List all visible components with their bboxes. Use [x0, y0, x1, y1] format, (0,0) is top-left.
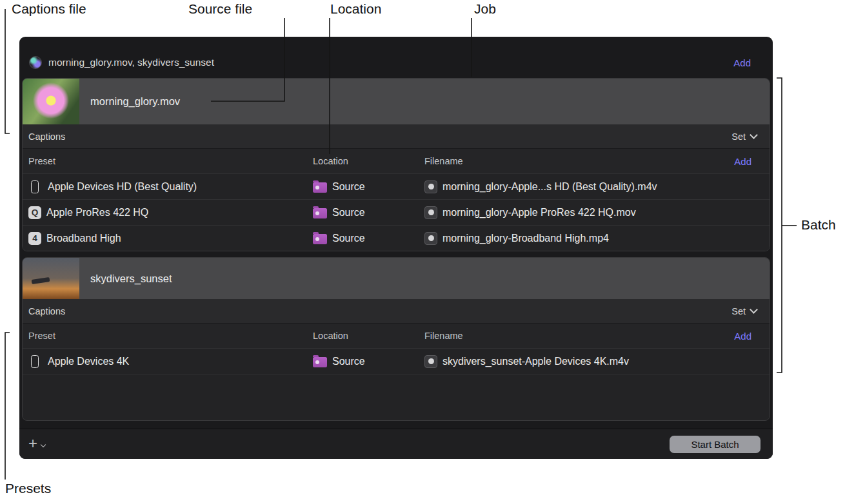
output-file-icon	[424, 232, 437, 245]
job-thumbnail	[23, 258, 79, 299]
output-filename: skydivers_sunset-Apple Devices 4K.m4v	[442, 356, 629, 367]
add-job-button[interactable]: Add	[733, 57, 751, 68]
presets-line	[5, 333, 10, 480]
location-value: Source	[332, 181, 365, 193]
add-output-row-button[interactable]: Add	[734, 331, 751, 342]
source-folder-icon	[313, 234, 327, 244]
output-file-icon	[424, 355, 437, 368]
add-preset-button[interactable]: +	[28, 438, 45, 451]
job-card-skydivers-sunset: skydivers_sunset Captions Set Preset Loc…	[22, 257, 770, 421]
source-folder-icon	[313, 182, 327, 193]
output-file-icon	[424, 206, 437, 219]
chevron-down-icon	[41, 441, 46, 447]
batch-bracket	[777, 78, 782, 373]
batch-bottom-bar: + Start Batch	[19, 429, 773, 459]
batch-titlebar: morning_glory.mov, skydivers_sunset Add	[19, 37, 773, 78]
captions-set-button[interactable]: Set	[731, 306, 757, 316]
preset-name: Apple Devices 4K	[48, 356, 129, 367]
location-value: Source	[332, 207, 365, 218]
captions-bar: Captions Set	[23, 299, 770, 324]
apple-device-phone-icon	[31, 355, 39, 368]
output-row[interactable]: Apple Devices HD (Best Quality) Source m…	[23, 173, 770, 199]
prores-q-icon: Q	[28, 206, 41, 219]
batch-job-list: morning_glory.mov Captions Set Preset Lo…	[22, 78, 770, 421]
output-filename: morning_glory-Apple ProRes 422 HQ.mov	[442, 207, 636, 218]
job-thumbnail	[23, 79, 79, 124]
captions-label: Captions	[28, 131, 65, 142]
add-output-row-button[interactable]: Add	[734, 156, 751, 167]
source-folder-icon	[313, 357, 327, 367]
source-file-name: morning_glory.mov	[90, 95, 180, 108]
callout-source-file: Source file	[188, 1, 252, 17]
chevron-down-icon	[750, 131, 758, 139]
preset-name: Apple ProRes 422 HQ	[46, 207, 148, 218]
set-label: Set	[731, 306, 746, 316]
preset-name: Apple Devices HD (Best Quality)	[48, 181, 197, 193]
output-file-icon	[424, 180, 437, 193]
icon-glyph: Q	[32, 208, 39, 217]
source-folder-icon	[313, 208, 327, 218]
column-header-filename: Filename	[424, 331, 770, 341]
callout-presets: Presets	[5, 481, 51, 496]
column-header-preset: Preset	[23, 331, 313, 341]
output-filename: morning_glory-Broadband High.mp4	[442, 233, 609, 244]
plus-icon: +	[28, 436, 37, 451]
callout-captions-file: Captions file	[12, 1, 86, 17]
job-header[interactable]: skydivers_sunset	[23, 258, 770, 299]
output-row[interactable]: 4 Broadband High Source morning_glory-Br…	[23, 225, 770, 251]
apple-device-phone-icon	[31, 180, 39, 193]
callout-job: Job	[474, 1, 496, 17]
compressor-batch-window: morning_glory.mov, skydivers_sunset Add …	[19, 37, 773, 459]
captions-label: Captions	[28, 306, 65, 316]
callout-location: Location	[330, 1, 381, 17]
location-value: Source	[332, 233, 365, 244]
chevron-down-icon	[750, 305, 758, 314]
column-header-filename: Filename	[424, 156, 770, 166]
job-header[interactable]: morning_glory.mov	[23, 79, 770, 124]
preset-name: Broadband High	[46, 233, 121, 244]
output-filename: morning_glory-Apple...s HD (Best Quality…	[442, 181, 657, 193]
start-batch-button[interactable]: Start Batch	[670, 436, 760, 453]
output-row[interactable]: Apple Devices 4K Source skydivers_sunset…	[23, 348, 770, 374]
captions-file-line	[5, 9, 10, 133]
job-card-morning-glory: morning_glory.mov Captions Set Preset Lo…	[22, 78, 770, 251]
location-value: Source	[332, 356, 365, 367]
output-table-header: Preset Location Filename Add	[23, 149, 770, 173]
source-file-name: skydivers_sunset	[90, 273, 172, 285]
column-header-location: Location	[313, 156, 424, 166]
compressor-app-icon	[29, 56, 42, 69]
batch-title: morning_glory.mov, skydivers_sunset	[48, 57, 727, 68]
captions-bar: Captions Set	[23, 124, 770, 149]
column-header-preset: Preset	[23, 156, 313, 166]
icon-glyph: 4	[32, 233, 37, 243]
page: Captions file Source file Location Job B…	[0, 0, 845, 504]
output-row[interactable]: Q Apple ProRes 422 HQ Source morning_glo…	[23, 199, 770, 225]
column-header-location: Location	[313, 331, 424, 341]
captions-set-button[interactable]: Set	[731, 131, 757, 142]
broadband-4-icon: 4	[28, 232, 41, 245]
callout-batch: Batch	[801, 217, 836, 233]
set-label: Set	[731, 131, 746, 142]
output-table-header: Preset Location Filename Add	[23, 324, 770, 348]
